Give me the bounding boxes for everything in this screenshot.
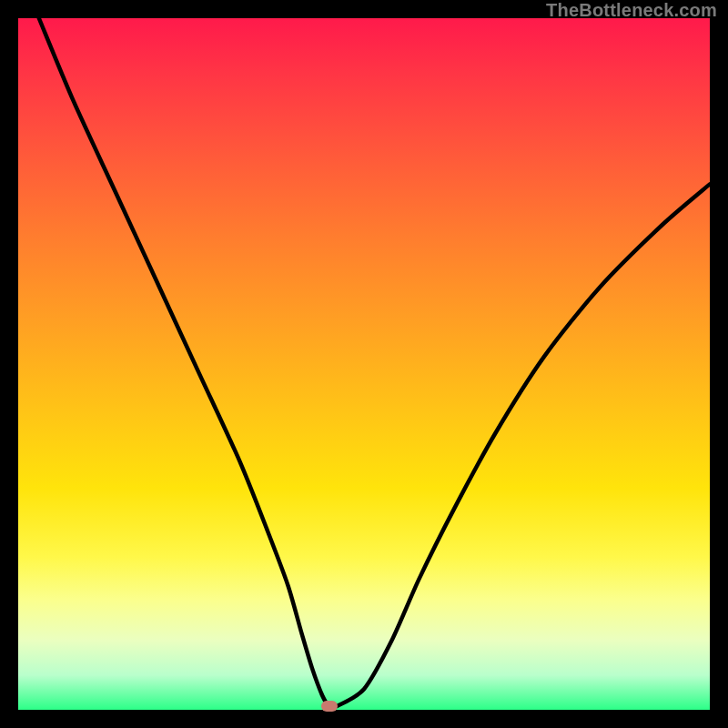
optimal-point-marker — [321, 701, 338, 712]
watermark-text: TheBottleneck.com — [546, 0, 717, 21]
chart-frame: TheBottleneck.com — [0, 0, 728, 728]
bottleneck-curve — [18, 18, 710, 710]
plot-area — [18, 18, 710, 710]
